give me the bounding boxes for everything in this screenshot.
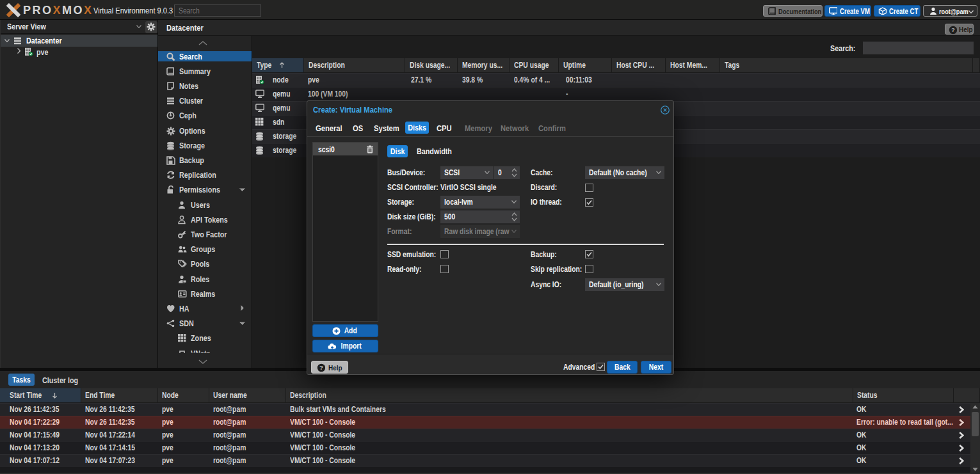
svg-text:?: ? — [951, 26, 955, 33]
svg-text:?: ? — [319, 364, 323, 371]
